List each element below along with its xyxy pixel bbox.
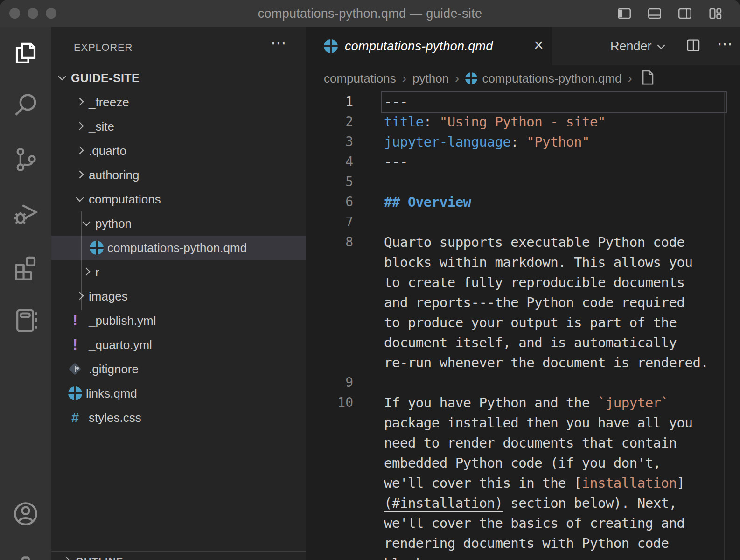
render-button[interactable]: Render <box>610 39 652 54</box>
tree-item-label: authoring <box>89 168 139 182</box>
code-editor[interactable]: 1---2title: "Using Python - site"3jupyte… <box>306 91 740 560</box>
code-line-content: we'll cover this in the [installation] <box>384 475 684 491</box>
tree-item-label: styles.css <box>89 411 141 425</box>
split-editor-icon[interactable] <box>685 37 701 55</box>
tree-item--quarto-yml[interactable]: !_quarto.yml <box>51 333 306 357</box>
tree-item-label: python <box>95 217 132 231</box>
line-number: 7 <box>306 214 353 230</box>
breadcrumb-separator: › <box>455 71 459 86</box>
tree-item-guide-site[interactable]: GUIDE-SITE <box>51 66 306 90</box>
tree-item-styles-css[interactable]: #styles.css <box>51 406 306 430</box>
code-line[interactable]: 3jupyter-language: "Python" <box>306 132 740 152</box>
code-line-content: If you have Python and the `jupyter` <box>384 395 669 411</box>
explorer-more-actions-icon[interactable]: ⋯ <box>271 34 287 52</box>
code-line-content: Quarto supports executable Python code <box>384 234 684 250</box>
chevron-down-icon <box>56 72 68 84</box>
code-line[interactable]: to create fully reproducible documents <box>306 272 740 292</box>
code-line[interactable]: 10If you have Python and the `jupyter` <box>306 392 740 413</box>
search-icon[interactable] <box>12 91 39 119</box>
tree-item-label: _freeze <box>89 95 129 110</box>
line-number: 9 <box>306 375 353 390</box>
code-line[interactable]: 8Quarto supports executable Python code <box>306 232 740 252</box>
editor-more-actions-icon[interactable]: ⋯ <box>717 35 734 53</box>
line-number: 2 <box>306 114 353 129</box>
breadcrumb-separator: › <box>402 71 406 86</box>
code-line[interactable]: 2title: "Using Python - site" <box>306 112 740 132</box>
yaml-file-icon: ! <box>68 338 82 352</box>
tree-item-links-qmd[interactable]: links.qmd <box>51 381 306 406</box>
code-line-content: blocks within markdown. This allows you <box>384 254 692 270</box>
code-line[interactable]: 7 <box>306 212 740 232</box>
code-line[interactable]: document itself, and is automatically <box>306 332 740 352</box>
run-and-debug-icon[interactable] <box>12 200 39 227</box>
code-line-content: title: "Using Python - site" <box>384 114 606 130</box>
code-line-content: jupyter-language: "Python" <box>384 134 590 150</box>
sidebar-title: EXPLORER <box>74 42 133 54</box>
settings-gear-icon[interactable] <box>12 555 39 560</box>
customize-layout-icon[interactable] <box>707 6 723 21</box>
breadcrumb-folder[interactable]: computations <box>324 71 396 86</box>
code-line[interactable]: need to render documents that contain <box>306 433 740 453</box>
code-line[interactable]: we'll cover the basics of creating and <box>306 513 740 533</box>
line-number: 6 <box>306 194 353 210</box>
code-line[interactable]: and reports---the Python code required <box>306 292 740 312</box>
account-icon[interactable] <box>12 500 39 527</box>
extensions-icon[interactable] <box>12 254 39 281</box>
editor-actions: Render ⋯ <box>552 27 740 65</box>
tab-bar: computations-python.qmd × Render ⋯ <box>306 27 740 65</box>
code-line[interactable]: 5 <box>306 172 740 192</box>
code-line-content: --- <box>384 94 408 110</box>
code-line-content: rendering documents with Python code <box>384 535 669 551</box>
breadcrumb-folder[interactable]: python <box>412 71 449 86</box>
tree-item-computations[interactable]: computations <box>51 187 306 211</box>
render-dropdown-chevron-icon[interactable] <box>656 41 667 51</box>
breadcrumbs: computations › python › computations-pyt… <box>306 65 740 91</box>
code-line-content: to create fully reproducible documents <box>384 274 684 290</box>
code-line[interactable]: rendering documents with Python code <box>306 533 740 553</box>
tree-item-label: images <box>89 289 128 304</box>
tree-item-r[interactable]: r <box>51 260 306 284</box>
code-line[interactable]: to produce your output is part of the <box>306 312 740 332</box>
code-line[interactable]: (#installation) section below). Next, <box>306 493 740 513</box>
code-line[interactable]: 1--- <box>306 91 740 112</box>
outline-section[interactable]: OUTLINE <box>51 551 306 560</box>
notebook-icon[interactable] <box>12 307 39 334</box>
tree-item-authoring[interactable]: authoring <box>51 163 306 187</box>
code-line[interactable]: blocks. <box>306 553 740 560</box>
outline-section-label: OUTLINE <box>76 555 123 560</box>
code-line[interactable]: 9 <box>306 372 740 392</box>
tree-item-python[interactable]: python <box>51 211 306 236</box>
tree-item--site[interactable]: _site <box>51 114 306 139</box>
code-line[interactable]: blocks within markdown. This allows you <box>306 252 740 272</box>
yaml-file-icon: ! <box>68 314 82 328</box>
vscode-window: computations-python.qmd — guide-site <box>0 0 740 560</box>
breadcrumb-file[interactable]: computations-python.qmd <box>482 71 621 86</box>
code-line[interactable]: we'll cover this in the [installation] <box>306 473 740 493</box>
tree-item-computations-python-qmd[interactable]: computations-python.qmd <box>51 236 306 260</box>
tree-item--publish-yml[interactable]: !_publish.yml <box>51 308 306 333</box>
code-line-content: and reports---the Python code required <box>384 294 684 310</box>
toggle-secondary-sidebar-icon[interactable] <box>677 6 693 21</box>
code-line-content: embedded Python code (if you don't, <box>384 455 661 471</box>
toggle-primary-sidebar-icon[interactable] <box>616 6 632 21</box>
code-line-content: we'll cover the basics of creating and <box>384 515 684 531</box>
chevron-right-icon <box>74 290 86 302</box>
code-line[interactable]: package installed then you have all you <box>306 413 740 433</box>
tree-item-label: .gitignore <box>89 362 139 377</box>
chevron-down-icon <box>74 193 86 205</box>
tab-close-icon[interactable]: × <box>534 35 544 55</box>
tab-computations-python[interactable]: computations-python.qmd × <box>306 27 552 65</box>
tree-item--gitignore[interactable]: .gitignore <box>51 357 306 381</box>
code-line-content: (#installation) section below). Next, <box>384 495 677 511</box>
explorer-icon[interactable] <box>12 40 39 67</box>
tree-item-images[interactable]: images <box>51 284 306 308</box>
tree-item--quarto[interactable]: .quarto <box>51 139 306 163</box>
tree-item-label: computations-python.qmd <box>107 241 247 255</box>
code-line[interactable]: embedded Python code (if you don't, <box>306 453 740 473</box>
code-line[interactable]: 6## Overview <box>306 192 740 212</box>
toggle-panel-icon[interactable] <box>647 6 663 21</box>
tree-item--freeze[interactable]: _freeze <box>51 90 306 114</box>
code-line[interactable]: re-run whenever the document is rendered… <box>306 352 740 372</box>
source-control-icon[interactable] <box>12 146 39 173</box>
code-line[interactable]: 4--- <box>306 152 740 172</box>
